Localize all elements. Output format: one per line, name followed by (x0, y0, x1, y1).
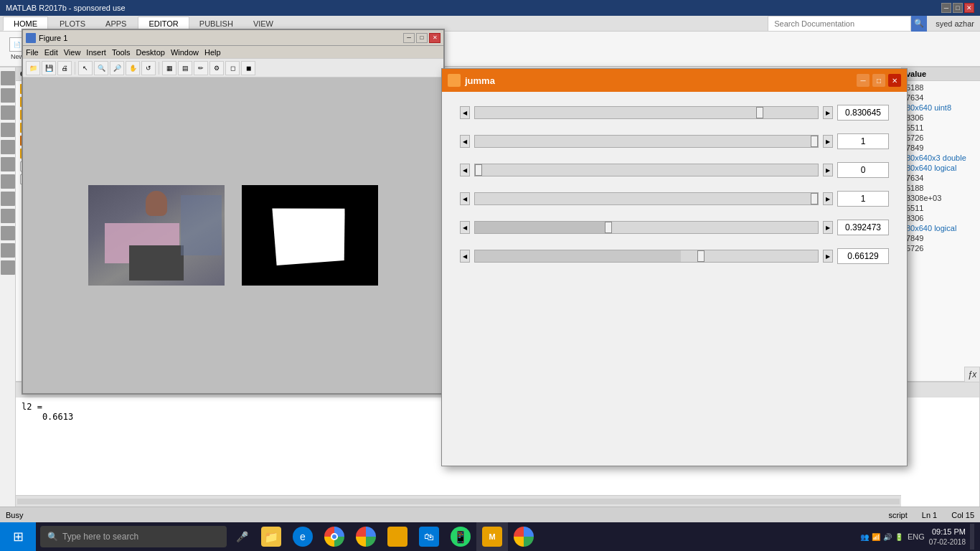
strip-icon-12[interactable] (1, 260, 15, 275)
var-item[interactable]: 80x640 logical (902, 223, 980, 233)
slider-track-5[interactable] (474, 221, 819, 234)
strip-icon-4[interactable] (1, 123, 15, 137)
taskbar-app-chrome2[interactable] (350, 522, 382, 551)
show-desktop-btn[interactable] (970, 524, 974, 550)
strip-icon-1[interactable] (1, 71, 15, 85)
var-item[interactable]: 7849 (902, 233, 980, 243)
slider-right-arrow-6[interactable]: ▶ (823, 250, 833, 263)
fig-tool-pan[interactable]: ✋ (126, 61, 140, 75)
fig-tool-colorbar[interactable]: ▦ (162, 61, 176, 75)
figure-close-btn[interactable]: ✕ (429, 33, 440, 43)
fig-tool-zoom-in[interactable]: 🔍 (94, 61, 108, 75)
tab-publish[interactable]: PUBLISH (189, 17, 243, 30)
var-item[interactable]: 5511 (902, 203, 980, 213)
network-icon[interactable]: 📶 (872, 533, 880, 541)
slider-thumb-3[interactable] (475, 164, 482, 176)
var-item[interactable]: 7849 (902, 143, 980, 153)
taskbar-app-store[interactable]: 🛍 (413, 522, 445, 551)
slider-left-arrow-1[interactable]: ◀ (460, 106, 470, 119)
tab-apps[interactable]: APPS (95, 17, 136, 30)
start-button[interactable]: ⊞ (0, 522, 36, 551)
taskbar-mic-btn[interactable]: 🎤 (231, 526, 253, 547)
bottom-scrollbar[interactable] (16, 495, 901, 507)
fig-tool-hide[interactable]: ◻ (225, 61, 240, 75)
people-icon[interactable]: 👥 (860, 533, 869, 541)
fig-menu-edit[interactable]: Edit (44, 48, 58, 57)
jumma-minimize-btn[interactable]: ─ (857, 74, 870, 87)
slider-thumb-1[interactable] (756, 107, 763, 118)
slider-right-arrow-4[interactable]: ▶ (823, 192, 833, 205)
strip-icon-9[interactable] (1, 209, 15, 223)
slider-right-arrow-5[interactable]: ▶ (823, 221, 833, 234)
search-doc-input[interactable] (768, 16, 911, 32)
slider-left-arrow-6[interactable]: ◀ (460, 250, 470, 263)
tab-plots[interactable]: PLOTS (50, 17, 95, 30)
figure-minimize-btn[interactable]: ─ (403, 33, 415, 43)
var-item[interactable]: 5188 (902, 183, 980, 193)
taskbar-app-files[interactable] (382, 522, 413, 551)
slider-thumb-4[interactable] (811, 193, 818, 204)
strip-icon-7[interactable] (1, 174, 15, 189)
strip-icon-6[interactable] (1, 157, 15, 171)
fig-menu-insert[interactable]: Insert (86, 48, 106, 57)
fig-menu-desktop[interactable]: Desktop (136, 48, 165, 57)
jumma-maximize-btn[interactable]: □ (872, 74, 885, 87)
fig-tool-3[interactable]: 🖨 (57, 61, 72, 75)
minimize-btn[interactable]: ─ (941, 3, 951, 13)
fig-tool-edit-plot[interactable]: ✏ (194, 61, 208, 75)
taskbar-app-chrome3[interactable] (508, 522, 540, 551)
slider-thumb-6[interactable] (697, 250, 705, 262)
fig-tool-legend[interactable]: ▤ (178, 61, 192, 75)
jumma-close-btn[interactable]: ✕ (888, 74, 901, 87)
var-item[interactable]: 5726 (902, 243, 980, 253)
maximize-btn[interactable]: □ (953, 3, 963, 13)
var-item[interactable]: 8306 (902, 213, 980, 223)
var-item[interactable]: 7634 (902, 93, 980, 103)
fig-tool-zoom-out[interactable]: 🔎 (110, 61, 124, 75)
var-item[interactable]: 7634 (902, 173, 980, 183)
fig-menu-view[interactable]: View (64, 48, 81, 57)
slider-thumb-5[interactable] (605, 222, 612, 233)
var-item[interactable]: 3308e+03 (902, 193, 980, 203)
fig-tool-2[interactable]: 💾 (42, 61, 56, 75)
var-item[interactable]: 5511 (902, 123, 980, 133)
strip-icon-5[interactable] (1, 140, 15, 154)
fig-tool-rotate[interactable]: ↺ (141, 61, 156, 75)
strip-icon-8[interactable] (1, 192, 15, 206)
var-item[interactable]: 80x640x3 double (902, 153, 980, 163)
fig-tool-prop-editor[interactable]: ⚙ (209, 61, 224, 75)
fig-tool-6[interactable]: ◼ (241, 61, 255, 75)
slider-left-arrow-2[interactable]: ◀ (460, 135, 470, 148)
fig-tool-cursor[interactable]: ↖ (78, 61, 93, 75)
close-btn[interactable]: ✕ (964, 3, 974, 13)
strip-icon-10[interactable] (1, 226, 15, 240)
figure-restore-btn[interactable]: □ (416, 33, 428, 43)
var-item[interactable]: 5726 (902, 133, 980, 143)
slider-right-arrow-1[interactable]: ▶ (823, 106, 833, 119)
slider-left-arrow-3[interactable]: ◀ (460, 164, 470, 176)
slider-left-arrow-4[interactable]: ◀ (460, 192, 470, 205)
taskbar-app-explorer[interactable]: 📁 (255, 522, 287, 551)
taskbar-app-chrome[interactable] (319, 522, 350, 551)
slider-track-2[interactable] (474, 135, 819, 148)
taskbar-app-whatsapp[interactable]: 📱 (445, 522, 476, 551)
slider-track-4[interactable] (474, 192, 819, 205)
search-doc-button[interactable]: 🔍 (911, 16, 927, 32)
tab-view[interactable]: VIEW (243, 17, 283, 30)
var-item[interactable]: 80x640 uint8 (902, 103, 980, 113)
slider-right-arrow-3[interactable]: ▶ (823, 164, 833, 176)
taskbar-search[interactable]: 🔍 Type here to search (40, 526, 227, 547)
fig-tool-1[interactable]: 📁 (26, 61, 40, 75)
fig-menu-tools[interactable]: Tools (112, 48, 131, 57)
battery-icon[interactable]: 🔋 (895, 533, 903, 541)
strip-icon-2[interactable] (1, 88, 15, 103)
window-controls[interactable]: ─ □ ✕ (941, 3, 974, 13)
volume-icon[interactable]: 🔊 (883, 533, 892, 541)
slider-track-3[interactable] (474, 164, 819, 176)
slider-thumb-2[interactable] (811, 136, 818, 147)
taskbar-app-edge[interactable]: e (287, 522, 319, 551)
slider-track-1[interactable] (474, 106, 819, 119)
slider-right-arrow-2[interactable]: ▶ (823, 135, 833, 148)
fig-menu-help[interactable]: Help (204, 48, 221, 57)
slider-left-arrow-5[interactable]: ◀ (460, 221, 470, 234)
